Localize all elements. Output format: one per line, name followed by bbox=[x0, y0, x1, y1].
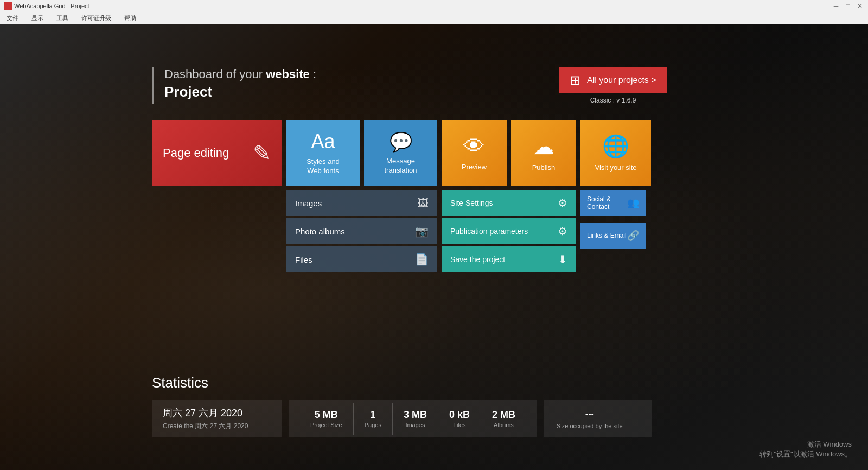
menu-tools[interactable]: 工具 bbox=[54, 13, 71, 23]
maximize-button[interactable]: □ bbox=[844, 2, 852, 10]
subtitle-colon: : bbox=[313, 67, 316, 81]
pages-value: 1 bbox=[370, 409, 375, 421]
publication-params-icon: ⚙ bbox=[558, 225, 567, 238]
site-settings-icon: ⚙ bbox=[558, 196, 567, 209]
photo-albums-icon: 📷 bbox=[415, 225, 429, 238]
links-email-icon: 🔗 bbox=[627, 230, 639, 242]
menu-license[interactable]: 许可证升级 bbox=[79, 13, 113, 23]
pages-label: Pages bbox=[365, 422, 381, 428]
create-date: 周六 27 六月 2020 bbox=[195, 422, 248, 430]
menu-view[interactable]: 显示 bbox=[29, 13, 46, 23]
files-metric-label: Files bbox=[453, 422, 465, 428]
albums-value: 2 MB bbox=[492, 409, 515, 421]
tile-social-contact[interactable]: Social & Contact 👥 bbox=[580, 190, 646, 216]
minimize-button[interactable]: ─ bbox=[832, 2, 840, 10]
dashboard-subtitle: Dashboard of your website : bbox=[164, 67, 559, 81]
all-projects-button[interactable]: ⊞ All your projects > bbox=[559, 67, 667, 93]
tile-message-translation[interactable]: 💬 Messagetranslation bbox=[364, 120, 437, 186]
tile-photo-albums[interactable]: Photo albums 📷 bbox=[286, 218, 437, 244]
version-text: Classic : v 1.6.9 bbox=[559, 97, 667, 104]
middle-right-section: Aa Styles andWeb fonts 💬 Messagetranslat… bbox=[282, 120, 651, 272]
create-label: Create the bbox=[163, 422, 193, 430]
watermark-line1: 激活 Windows bbox=[760, 440, 852, 449]
titlebar-left: WebAcappella Grid - Project bbox=[4, 2, 90, 10]
size-label: Size occupied by the site bbox=[557, 423, 623, 429]
links-email-label: Links & Email bbox=[587, 232, 627, 239]
list-tiles: Images 🖼 Photo albums 📷 Files 📄 bbox=[286, 190, 437, 272]
content-wrapper: Dashboard of your website : Project ⊞ Al… bbox=[152, 67, 667, 272]
stats-size-box: --- Size occupied by the site bbox=[544, 400, 652, 437]
projects-icon: ⊞ bbox=[570, 73, 580, 88]
menubar: 文件 显示 工具 许可证升级 帮助 bbox=[0, 12, 868, 24]
size-value: --- bbox=[557, 408, 623, 420]
page-editing-label: Page editing bbox=[163, 146, 229, 160]
tile-page-editing[interactable]: Page editing ✎ bbox=[152, 120, 282, 186]
images-value: 3 MB bbox=[404, 409, 427, 421]
visit-site-label: Visit your site bbox=[595, 163, 636, 173]
orange-tiles-row: 👁 Preview ☁ Publish 🌐 Visit your site bbox=[442, 120, 651, 186]
visit-site-icon: 🌐 bbox=[602, 134, 629, 159]
titlebar: WebAcappella Grid - Project ─ □ ✕ bbox=[0, 0, 868, 12]
main-content: Dashboard of your website : Project ⊞ Al… bbox=[0, 24, 868, 470]
stats-date-box: 周六 27 六月 2020 Create the 周六 27 六月 2020 bbox=[152, 400, 282, 437]
subtitle-text: Dashboard of your bbox=[164, 67, 263, 81]
save-project-label: Save the project bbox=[450, 255, 505, 264]
social-contact-icon: 👥 bbox=[627, 197, 639, 209]
tile-files[interactable]: Files 📄 bbox=[286, 246, 437, 272]
social-tiles: Social & Contact 👥 Links & Email 🔗 bbox=[580, 190, 646, 272]
teal-list-tiles: Site Settings ⚙ Publication parameters ⚙… bbox=[442, 190, 576, 272]
tile-styles-webfonts[interactable]: Aa Styles andWeb fonts bbox=[286, 120, 360, 186]
metric-files: 0 kB Files bbox=[438, 403, 481, 435]
message-icon: 💬 bbox=[390, 131, 412, 153]
tile-publication-params[interactable]: Publication parameters ⚙ bbox=[442, 218, 576, 244]
tiles-wrapper: Page editing ✎ Aa Styles andWeb fonts 💬 bbox=[152, 120, 667, 272]
dashboard-header: Dashboard of your website : Project ⊞ Al… bbox=[152, 67, 667, 104]
message-label: Messagetranslation bbox=[385, 157, 417, 175]
styles-label: Styles andWeb fonts bbox=[307, 157, 340, 176]
images-metric-label: Images bbox=[405, 422, 425, 428]
social-contact-label: Social & Contact bbox=[587, 195, 627, 211]
spacer bbox=[580, 218, 646, 220]
tile-preview[interactable]: 👁 Preview bbox=[442, 120, 507, 186]
metric-albums: 2 MB Albums bbox=[481, 403, 526, 435]
files-icon: 📄 bbox=[415, 253, 429, 266]
statistics-title: Statistics bbox=[152, 374, 667, 391]
close-button[interactable]: ✕ bbox=[856, 2, 864, 10]
metric-pages: 1 Pages bbox=[354, 403, 393, 435]
save-project-icon: ⬇ bbox=[558, 253, 567, 266]
project-size-value: 5 MB bbox=[315, 409, 338, 421]
all-projects-section: ⊞ All your projects > Classic : v 1.6.9 bbox=[559, 67, 667, 104]
tile-visit-site[interactable]: 🌐 Visit your site bbox=[580, 120, 651, 186]
images-label: Images bbox=[295, 199, 322, 208]
top-tiles-row: Aa Styles andWeb fonts 💬 Messagetranslat… bbox=[286, 120, 437, 186]
menu-file[interactable]: 文件 bbox=[4, 13, 21, 23]
statistics-row: 周六 27 六月 2020 Create the 周六 27 六月 2020 5… bbox=[152, 400, 667, 437]
watermark-line2: 转到"设置"以激活 Windows。 bbox=[760, 449, 852, 459]
preview-icon: 👁 bbox=[463, 134, 485, 158]
right-section: 👁 Preview ☁ Publish 🌐 Visit your site bbox=[442, 120, 651, 272]
publish-icon: ☁ bbox=[533, 134, 554, 159]
stats-metrics-box: 5 MB Project Size 1 Pages 3 MB Images 0 … bbox=[289, 400, 537, 437]
images-icon: 🖼 bbox=[418, 197, 429, 209]
titlebar-controls[interactable]: ─ □ ✕ bbox=[832, 2, 864, 10]
publish-label: Publish bbox=[532, 163, 556, 173]
titlebar-title: WebAcappella Grid - Project bbox=[14, 3, 90, 9]
tile-images[interactable]: Images 🖼 bbox=[286, 190, 437, 216]
albums-label: Albums bbox=[494, 422, 514, 428]
tile-save-project[interactable]: Save the project ⬇ bbox=[442, 246, 576, 272]
menu-help[interactable]: 帮助 bbox=[122, 13, 138, 23]
all-projects-label: All your projects > bbox=[587, 75, 656, 85]
stats-date-main: 周六 27 六月 2020 bbox=[163, 407, 271, 420]
teal-social-row: Site Settings ⚙ Publication parameters ⚙… bbox=[442, 190, 651, 272]
styles-icon: Aa bbox=[311, 130, 335, 153]
tile-links-email[interactable]: Links & Email 🔗 bbox=[580, 223, 646, 249]
site-settings-label: Site Settings bbox=[450, 199, 493, 207]
preview-label: Preview bbox=[462, 163, 487, 172]
tile-site-settings[interactable]: Site Settings ⚙ bbox=[442, 190, 576, 216]
statistics-section: Statistics 周六 27 六月 2020 Create the 周六 2… bbox=[152, 374, 667, 437]
project-size-label: Project Size bbox=[310, 422, 342, 428]
middle-section: Aa Styles andWeb fonts 💬 Messagetranslat… bbox=[286, 120, 437, 272]
tile-publish[interactable]: ☁ Publish bbox=[511, 120, 576, 186]
files-value: 0 kB bbox=[449, 409, 470, 421]
watermark: 激活 Windows 转到"设置"以激活 Windows。 bbox=[760, 440, 852, 459]
